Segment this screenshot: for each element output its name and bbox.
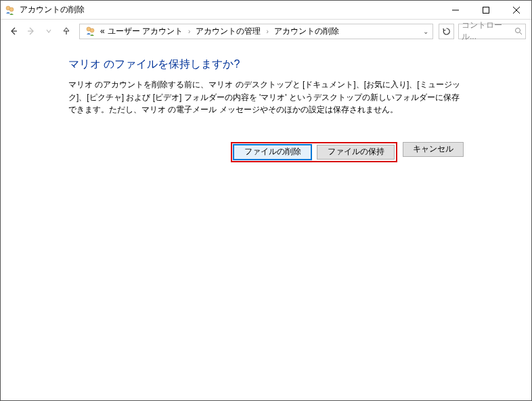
window-controls (440, 1, 531, 19)
close-button[interactable] (501, 1, 531, 19)
user-accounts-icon (5, 5, 16, 16)
back-button[interactable] (6, 24, 21, 39)
recent-locations-button[interactable] (41, 24, 56, 39)
refresh-button[interactable] (439, 24, 454, 39)
chevron-right-icon: › (184, 28, 194, 35)
breadcrumb-prefix: « (99, 26, 106, 36)
svg-point-10 (90, 28, 94, 32)
chevron-down-icon[interactable]: ⌄ (423, 28, 430, 35)
page-heading: マリオ のファイルを保持しますか? (68, 57, 464, 72)
description-text: マリオ のアカウントを削除する前に、マリオ のデスクトップと [ドキュメント]、… (68, 78, 464, 116)
svg-point-11 (516, 28, 520, 33)
titlebar: アカウントの削除 (1, 1, 531, 20)
user-accounts-icon (85, 26, 96, 37)
cancel-button[interactable]: キャンセル (403, 142, 464, 157)
svg-line-12 (520, 32, 522, 34)
svg-point-1 (9, 7, 14, 11)
search-placeholder: コントロール... (462, 20, 514, 43)
breadcrumb-item[interactable]: ユーザー アカウント (106, 26, 184, 37)
window-title: アカウントの削除 (20, 4, 440, 16)
toolbar: « ユーザー アカウント › アカウントの管理 › アカウントの削除 ⌄ コント… (1, 20, 531, 43)
minimize-button[interactable] (440, 1, 470, 19)
search-input[interactable]: コントロール... (458, 24, 526, 39)
keep-files-button[interactable]: ファイルの保持 (317, 145, 395, 160)
svg-rect-3 (483, 7, 489, 13)
breadcrumb-item[interactable]: アカウントの削除 (273, 26, 340, 37)
highlighted-group: ファイルの削除 ファイルの保持 (231, 142, 397, 162)
up-button[interactable] (59, 24, 74, 39)
maximize-button[interactable] (470, 1, 501, 19)
search-icon (514, 27, 523, 35)
content-area: マリオ のファイルを保持しますか? マリオ のアカウントを削除する前に、マリオ … (1, 43, 531, 116)
action-bar: ファイルの削除 ファイルの保持 キャンセル (1, 142, 531, 162)
chevron-right-icon: › (262, 28, 272, 35)
forward-button[interactable] (24, 24, 39, 39)
breadcrumb[interactable]: « ユーザー アカウント › アカウントの管理 › アカウントの削除 ⌄ (79, 24, 433, 39)
breadcrumb-item[interactable]: アカウントの管理 (194, 26, 262, 37)
delete-files-button[interactable]: ファイルの削除 (234, 145, 311, 160)
